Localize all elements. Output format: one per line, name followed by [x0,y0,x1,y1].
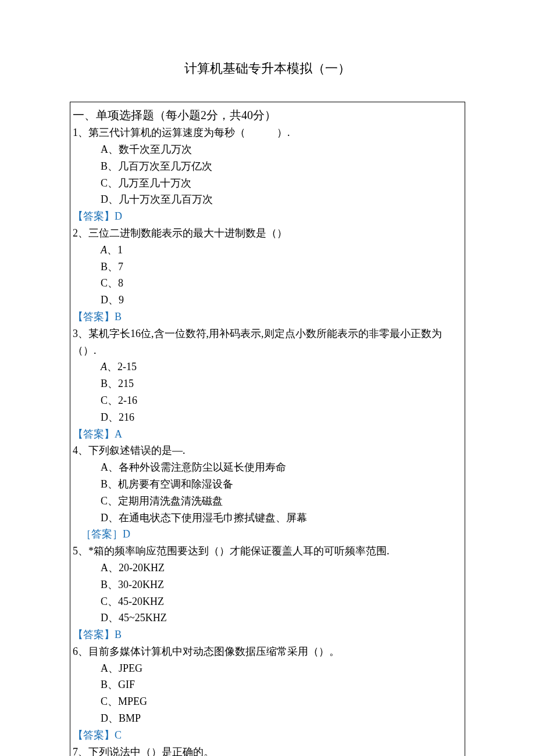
answer-label: 【答案】C [73,727,462,744]
question-option: B、30-20KHZ [73,576,462,593]
content-box: 一、单项选择题（每小题2分，共40分） 1、第三代计算机的运算速度为每秒（ ）.… [70,102,465,756]
question-option: A、1 [73,242,462,259]
question-option: B、215 [73,375,462,392]
question-option: B、几百万次至几万亿次 [73,158,462,175]
question-option: A、2-15 [73,359,462,375]
question-option: B、GIF [73,676,462,693]
answer-label: 【答案】B [73,626,462,643]
question-stem: 6、目前多媒体计算机中对动态图像数据压缩常采用（）。 [73,643,462,660]
question-option: D、216 [73,409,462,426]
question-option: D、几十万次至几百万次 [73,191,462,208]
question-option: D、在通电状态下使用湿毛巾擦拭键盘、屏幕 [73,510,462,526]
question-option: C、MPEG [73,693,462,710]
question-stem: 5、*箱的频率响应范围要达到（）才能保证覆盖人耳的可听频率范围. [73,543,462,560]
question-option: C、定期用清洗盘清洗磁盘 [73,493,462,510]
question-option: A、各种外设需注意防尘以延长使用寿命 [73,459,462,476]
question-option: D、BMP [73,710,462,727]
option-label: A [101,244,107,256]
question-option: C、45-20KHZ [73,593,462,610]
question-option: C、8 [73,275,462,292]
question-stem: 1、第三代计算机的运算速度为每秒（ ）. [73,124,462,141]
question-option: C、2-16 [73,392,462,409]
question-stem: 3、某机字长16位,含一位数符,用补码表示,则定点小数所能表示的非零最小正数为（… [73,325,462,359]
question-option: A、20-20KHZ [73,560,462,576]
option-text: 、2-15 [107,361,137,372]
option-label: A [101,361,107,372]
question-stem: 4、下列叙述错误的是—. [73,442,462,459]
question-option: B、机房要有空调和除湿设备 [73,476,462,493]
answer-label: 【答案】A [73,426,462,443]
answer-label: 【答案】B [73,309,462,325]
answer-label: ［答案］D [73,526,462,543]
document-page: 计算机基础专升本模拟（一） 一、单项选择题（每小题2分，共40分） 1、第三代计… [0,0,535,756]
question-option: C、几万至几十万次 [73,175,462,192]
option-text: 、1 [107,244,123,256]
document-title: 计算机基础专升本模拟（一） [70,58,465,78]
answer-label: 【答案】D [73,208,462,225]
question-option: B、7 [73,259,462,275]
question-option: D、9 [73,292,462,309]
question-stem: 2、三位二进制数能表示的最大十进制数是（） [73,225,462,242]
question-option: A、数千次至几万次 [73,141,462,158]
question-option: A、JPEG [73,660,462,677]
question-option: D、45~25KHZ [73,610,462,626]
question-stem: 7、下列说法中（）是正确的。 [73,744,462,756]
section-header: 一、单项选择题（每小题2分，共40分） [73,106,462,124]
